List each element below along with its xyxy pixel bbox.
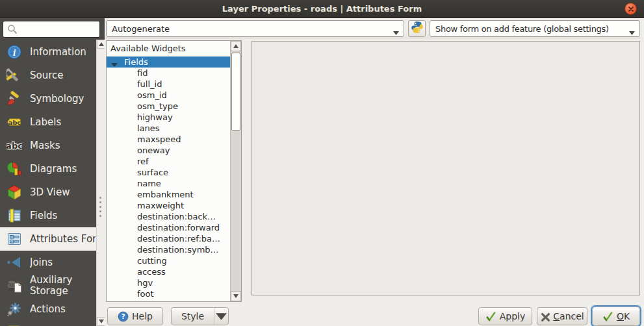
splitter-handle[interactable] [99, 194, 102, 219]
tree-field-item[interactable]: embankment [107, 189, 230, 200]
ok-label: OK [617, 311, 630, 321]
tree-field-item[interactable]: name [107, 178, 230, 189]
tree-field-item[interactable]: ref [107, 156, 230, 167]
tree-field-item[interactable]: destination:ref:ba… [107, 233, 230, 244]
tree-field-label: foot [137, 289, 154, 299]
tree-field-label: destination:ref:ba… [137, 234, 220, 244]
ok-button[interactable]: OK [592, 307, 640, 326]
style-label: Style [181, 311, 204, 321]
sidebar-scrollbar[interactable] [96, 40, 105, 326]
attributes-form-icon [6, 231, 22, 247]
tree-field-label: sac_scale [137, 300, 177, 301]
apply-label: Apply [500, 311, 526, 321]
widgets-tree: Fields fid full_id osm_id [107, 56, 230, 301]
joins-icon [6, 255, 22, 270]
symbology-icon [6, 91, 22, 107]
tree-field-label: destination:forward [137, 223, 220, 232]
widgets-scrollbar[interactable] [230, 41, 241, 301]
tree-field-item[interactable]: destination:back… [107, 211, 230, 222]
tree-field-item[interactable]: surface [107, 167, 230, 178]
auxiliary-storage-icon [6, 278, 22, 294]
tree-field-item[interactable]: destination:symb… [107, 244, 230, 255]
cancel-label: Cancel [553, 311, 584, 321]
python-init-button[interactable] [408, 20, 426, 37]
tree-field-item[interactable]: hgv [107, 277, 230, 288]
sidebar-item-fields[interactable]: Fields [0, 204, 105, 227]
scroll-down-icon[interactable] [231, 291, 241, 301]
check-icon [602, 311, 613, 322]
tree-item-fields-root[interactable]: Fields [107, 56, 230, 68]
sidebar-item-diagrams[interactable]: Diagrams [0, 157, 105, 181]
attribute-editor-layout-combo[interactable]: Autogenerate [106, 20, 404, 37]
sidebar-item-masks[interactable]: abc Masks [0, 134, 105, 157]
scrollbar-thumb[interactable] [231, 53, 240, 131]
scroll-up-icon[interactable] [97, 40, 105, 49]
scroll-down-icon[interactable] [97, 317, 105, 326]
tree-field-item[interactable]: sac_scale [107, 299, 230, 301]
content-frame-divider [106, 38, 640, 38]
form-layout-panel [251, 41, 640, 295]
tree-field-label: lanes [137, 123, 160, 133]
tree-field-label: name [137, 179, 161, 188]
tree-field-label: embankment [137, 190, 194, 199]
layout-combo-value: Autogenerate [112, 24, 170, 34]
fields-icon [6, 208, 22, 223]
scroll-up-icon[interactable] [231, 41, 241, 51]
tree-field-item[interactable]: foot [107, 288, 230, 299]
tree-field-item[interactable]: lanes [107, 123, 230, 134]
tree-field-item[interactable]: destination:forward [107, 222, 230, 233]
3d-view-icon [6, 184, 22, 200]
tree-field-item[interactable]: maxspeed [107, 134, 230, 145]
sidebar-item-actions[interactable]: Actions [0, 297, 105, 321]
sidebar-item-partial-bottom[interactable] [0, 321, 105, 326]
sidebar-item-joins[interactable]: Joins [0, 251, 105, 274]
tree-field-label: maxspeed [137, 134, 181, 144]
sidebar-item-attributes-form[interactable]: Attributes Form [0, 227, 105, 251]
tree-field-label: destination:back… [137, 212, 216, 221]
tree-field-label: hgv [137, 278, 153, 288]
sidebar-item-auxiliary-storage[interactable]: Auxiliary Storage [0, 274, 105, 297]
labels-icon: abc [6, 114, 22, 130]
tree-field-label: highway [137, 112, 173, 122]
tree-field-label: cutting [137, 256, 167, 266]
search-input[interactable] [18, 22, 99, 36]
sidebar-item-source[interactable]: Source [0, 64, 105, 87]
close-icon[interactable] [625, 3, 637, 15]
tree-field-item[interactable]: osm_id [107, 90, 230, 101]
sidebar-item-labels[interactable]: abc Labels [0, 110, 105, 134]
help-label: Help [132, 311, 153, 321]
apply-button[interactable]: Apply [478, 307, 532, 325]
titlebar: Layer Properties - roads | Attributes Fo… [0, 0, 644, 18]
tree-field-item[interactable]: fid [107, 68, 230, 79]
tree-field-label: maxweight [137, 201, 184, 210]
tree-field-item[interactable]: full_id [107, 79, 230, 90]
tree-field-label: osm_id [137, 90, 167, 100]
form-suppress-combo[interactable]: Show form on add feature (global setting… [430, 20, 640, 37]
tree-field-item[interactable]: access [107, 266, 230, 277]
masks-icon: abc [6, 138, 22, 153]
cross-icon [540, 312, 550, 321]
actions-icon [6, 301, 22, 317]
tree-field-label: osm_type [137, 101, 178, 111]
tree-field-item[interactable]: maxweight [107, 200, 230, 211]
source-icon [6, 68, 22, 83]
tree-field-label: access [137, 267, 166, 277]
style-dropdown-arrow[interactable] [214, 308, 228, 325]
sidebar-item-information[interactable]: i Information [0, 40, 105, 64]
chevron-down-icon [629, 27, 635, 37]
sidebar-item-symbology[interactable]: Symbology [0, 87, 105, 110]
sidebar-nav: i Information Source Symbology abc Label… [0, 40, 105, 326]
help-icon: ? [118, 311, 129, 322]
style-button[interactable]: Style [171, 307, 229, 325]
tree-field-item[interactable]: cutting [107, 255, 230, 266]
sidebar-item-3d-view[interactable]: 3D View [0, 181, 105, 204]
tree-field-item[interactable]: highway [107, 112, 230, 123]
tree-field-item[interactable]: oneway [107, 145, 230, 156]
tree-field-label: surface [137, 168, 168, 177]
tree-expand-icon[interactable] [111, 59, 118, 70]
chevron-down-icon [393, 27, 399, 37]
cancel-button[interactable]: Cancel [537, 307, 587, 325]
svg-text:?: ? [122, 313, 125, 320]
tree-field-item[interactable]: osm_type [107, 101, 230, 112]
help-button[interactable]: ? Help [107, 307, 163, 325]
